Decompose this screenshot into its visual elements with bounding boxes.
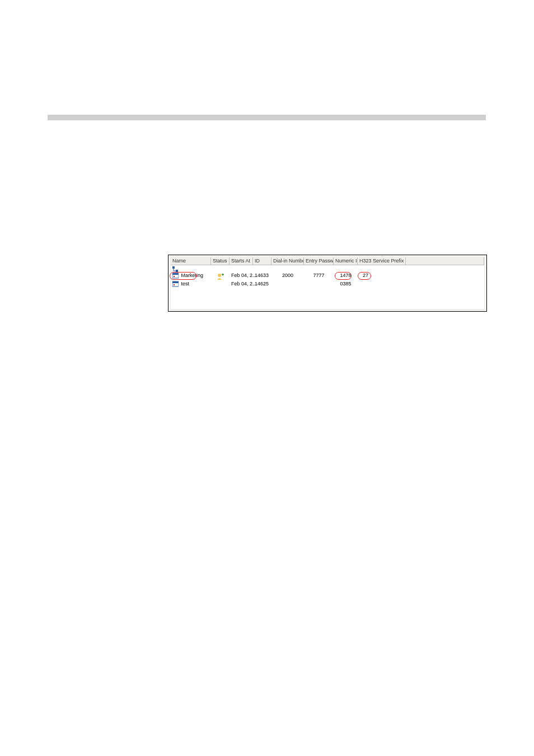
cell-numeric-id: 1478 [334,272,358,280]
cell-dialin [271,280,304,289]
tree-root-row [171,265,484,272]
column-header-dialin[interactable]: Dial-in Number [271,257,304,265]
svg-rect-3 [172,273,179,275]
cell-entry-pw: 7777 [304,272,334,280]
calendar-icon [172,281,179,287]
column-header-entry-pw[interactable]: Entry Password [304,257,334,265]
cell-id: 14633 [253,272,271,280]
grid-body: Marketing Feb 04, 2... [171,265,484,309]
cell-entry-pw [304,280,334,289]
svg-rect-10 [174,284,175,285]
cell-name: Marketing [171,272,211,280]
numeric-id-text: 1478 [340,273,351,278]
prefix-text: 27 [359,273,368,278]
person-plus-icon [217,273,224,280]
table-row[interactable]: Marketing Feb 04, 2... [171,272,484,280]
cell-spacer [406,280,484,289]
cell-starts-at: Feb 04, 2... [229,272,253,280]
svg-rect-4 [174,276,175,277]
table-row[interactable]: test Feb 04, 2... 14625 0385 [171,280,484,289]
svg-rect-9 [172,281,179,283]
svg-rect-7 [222,274,223,276]
reservations-grid: Name Status Starts At ID Dial-in Number … [168,255,487,312]
calendar-icon [172,273,179,279]
svg-point-5 [218,274,221,277]
cell-prefix [358,280,406,289]
column-header-prefix[interactable]: H323 Service Prefix [358,257,406,265]
column-header-id[interactable]: ID [253,257,271,265]
cell-prefix: 27 [358,272,406,280]
column-header-row: Name Status Starts At ID Dial-in Number … [171,257,484,265]
cell-starts-at: Feb 04, 2... [229,280,253,289]
svg-rect-0 [172,266,175,269]
row-name-text: Marketing [181,273,204,278]
page: Name Status Starts At ID Dial-in Number … [0,0,534,756]
cell-status [211,272,229,280]
column-header-numeric-id[interactable]: Numeric Id [334,257,358,265]
cell-spacer [406,272,484,280]
column-header-status[interactable]: Status [211,257,229,265]
gray-divider-bar [48,115,486,120]
cell-status [211,280,229,289]
column-header-starts-at[interactable]: Starts At [229,257,253,265]
cell-name: test [171,280,211,289]
column-header-name[interactable]: Name [171,257,211,265]
row-name-text: test [181,281,190,287]
grid-inner: Name Status Starts At ID Dial-in Number … [169,256,486,311]
numeric-id-text: 0385 [340,281,351,287]
column-header-spacer [406,257,484,265]
cell-dialin: 2000 [271,272,304,280]
cell-id: 14625 [253,280,271,289]
cell-numeric-id: 0385 [334,280,358,289]
